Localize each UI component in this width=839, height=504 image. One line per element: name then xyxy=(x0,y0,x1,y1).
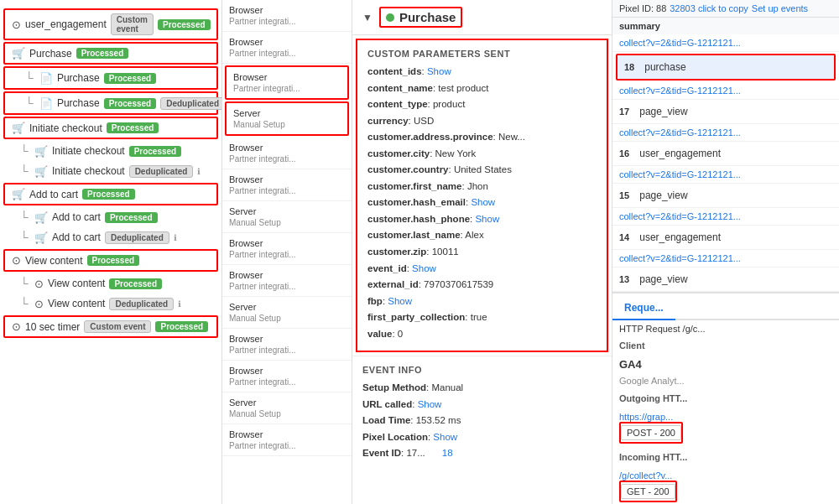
param-content-type: content_type: product xyxy=(367,96,597,113)
param-first-party-collection: first_party_collection: true xyxy=(367,309,597,326)
user-engagement-status-badge: Processed xyxy=(158,19,211,30)
network-entry-page-view-17[interactable]: 17 page_view xyxy=(612,100,839,124)
event-info-section: EVENT INFO Setup Method: Manual URL call… xyxy=(352,356,612,470)
incoming-label: Incoming HTT... xyxy=(612,447,839,467)
mid-row-10[interactable]: Server Manual Setup xyxy=(222,297,352,329)
event-row-10sec-timer[interactable]: ⊙ 10 sec timer Custom event Processed xyxy=(3,315,218,338)
event-row-add-to-cart[interactable]: 🛒 Add to cart Processed xyxy=(3,183,218,205)
mid-row-4[interactable]: Server Manual Setup xyxy=(225,101,349,136)
net-url-6[interactable]: collect?v=2&tid=G-1212121... xyxy=(619,253,832,263)
tree-line4: └ xyxy=(20,164,29,178)
event-row-purchase-child1[interactable]: └ 📄 Purchase Processed xyxy=(3,66,218,90)
event-row-purchase-child2[interactable]: └ 📄 Purchase Processed Deduplicated ℹ xyxy=(3,91,218,115)
middle-type-panel: Browser Partner integrati... Browser Par… xyxy=(222,0,352,504)
event-row-initiate-checkout-child2[interactable]: └ 🛒 Initiate checkout Deduplicated ℹ xyxy=(0,161,221,181)
mid-type-6: Browser xyxy=(229,174,345,184)
mid-sub-14: Partner integrati... xyxy=(229,441,345,450)
network-entry-2[interactable]: collect?v=2&tid=G-1212121... xyxy=(612,82,839,100)
collapse-arrow[interactable]: ▼ xyxy=(362,12,373,23)
event-row-user-engagement[interactable]: ⊙ user_engagement Custom event Processed xyxy=(3,8,218,40)
net-number-13: 13 xyxy=(619,274,629,284)
mid-type-7: Server xyxy=(229,206,345,216)
tab-request[interactable]: Reque... xyxy=(612,297,675,320)
net-event-user-engagement-16: user_engagement xyxy=(634,145,726,162)
event-row-add-to-cart-child1[interactable]: └ 🛒 Add to cart Processed xyxy=(0,207,221,227)
vc-child1-icon: ⊙ xyxy=(34,278,44,290)
mid-row-8[interactable]: Browser Partner integrati... xyxy=(222,233,352,265)
event-row-view-content-child1[interactable]: └ ⊙ View content Processed xyxy=(0,273,221,294)
event-row-purchase[interactable]: 🛒 Purchase Processed xyxy=(3,42,218,65)
mid-row-13[interactable]: Server Manual Setup xyxy=(222,392,352,424)
pixel-id-label: Pixel ID: 88 xyxy=(619,3,666,13)
network-entry-user-engagement-14[interactable]: 14 user_engagement xyxy=(612,226,839,250)
event-info-event-id: Event ID: 17...18 xyxy=(362,445,602,462)
tree-line8: └ xyxy=(20,297,29,310)
net-number-14: 14 xyxy=(619,232,629,242)
outgoing-url[interactable]: https://grap... xyxy=(619,412,832,422)
atc-child1-name: Add to cart xyxy=(52,211,101,223)
post-method-badge-box: POST - 200 xyxy=(619,422,683,444)
network-entry-6[interactable]: collect?v=2&tid=G-1212121... xyxy=(612,250,839,268)
event-row-add-to-cart-child2[interactable]: └ 🛒 Add to cart Deduplicated ℹ xyxy=(0,227,221,247)
ic-child2-dedup: Deduplicated xyxy=(129,165,194,178)
event-row-view-content-child2[interactable]: └ ⊙ View content Deduplicated ℹ xyxy=(0,294,221,314)
atc-child2-icon: 🛒 xyxy=(34,231,48,244)
mid-type-1: Browser xyxy=(229,5,345,15)
mid-sub-8: Partner integrati... xyxy=(229,250,345,259)
tree-line3: └ xyxy=(20,144,29,158)
atc-child2-name: Add to cart xyxy=(52,231,101,243)
incoming-url[interactable]: /g/collect?v... xyxy=(619,470,832,481)
network-entry-5[interactable]: collect?v=2&tid=G-1212121... xyxy=(612,208,839,226)
network-entry-3[interactable]: collect?v=2&tid=G-1212121... xyxy=(612,124,839,142)
get-method-badge: GET - 200 xyxy=(621,484,675,499)
10sec-timer-name: 10 sec timer xyxy=(25,321,80,333)
mid-row-5[interactable]: Browser Partner integrati... xyxy=(222,138,352,169)
net-url-3[interactable]: collect?v=2&tid=G-1212121... xyxy=(619,127,832,138)
mid-row-3[interactable]: Browser Partner integrati... xyxy=(225,65,349,100)
network-entry-purchase[interactable]: 18 purchase xyxy=(616,54,836,81)
network-entry-page-view-15[interactable]: 15 page_view xyxy=(612,184,839,208)
event-row-initiate-checkout[interactable]: 🛒 Initiate checkout Processed xyxy=(3,117,218,139)
mid-row-12[interactable]: Browser Partner integrati... xyxy=(222,361,352,392)
network-entry-4[interactable]: collect?v=2&tid=G-1212121... xyxy=(612,166,839,184)
mid-row-11[interactable]: Browser Partner integrati... xyxy=(222,329,352,361)
mid-sub-11: Partner integrati... xyxy=(229,346,345,355)
event-row-initiate-checkout-child1[interactable]: └ 🛒 Initiate checkout Processed xyxy=(0,141,221,161)
net-url-2[interactable]: collect?v=2&tid=G-1212121... xyxy=(619,86,832,96)
param-currency: currency: USD xyxy=(367,113,597,130)
vc-child2-icon: ⊙ xyxy=(34,298,44,310)
pixel-id-number[interactable]: 32803 click to copy xyxy=(670,3,748,13)
purchase-status-badge: Processed xyxy=(76,48,129,59)
mid-type-4: Server xyxy=(233,108,341,118)
setup-events-link[interactable]: Set up events xyxy=(752,3,808,13)
net-number-16: 16 xyxy=(619,148,629,158)
net-number-15: 15 xyxy=(619,190,629,200)
network-entry-user-engagement-16[interactable]: 16 user_engagement xyxy=(612,142,839,166)
net-url-1[interactable]: collect?v=2&tid=G-1212121... xyxy=(619,38,832,48)
network-tabs: Reque... xyxy=(612,297,839,320)
network-entry-page-view-13[interactable]: 13 page_view xyxy=(612,268,839,292)
ic-child2-icon: 🛒 xyxy=(34,165,48,178)
outgoing-section: https://grap... POST - 200 xyxy=(612,408,839,447)
net-url-5[interactable]: collect?v=2&tid=G-1212121... xyxy=(619,211,832,221)
net-event-page-view-17: page_view xyxy=(634,103,692,120)
client-row: GA4 xyxy=(612,356,839,373)
mid-row-14[interactable]: Browser Partner integrati... xyxy=(222,424,352,456)
mid-row-6[interactable]: Browser Partner integrati... xyxy=(222,169,352,201)
mid-type-11: Browser xyxy=(229,334,345,344)
net-url-4[interactable]: collect?v=2&tid=G-1212121... xyxy=(619,169,832,179)
purchase-child1-name: Purchase xyxy=(57,72,100,84)
purchase-name: Purchase xyxy=(29,48,72,60)
user-engagement-custom-badge: Custom event xyxy=(111,13,154,35)
net-event-page-view-13: page_view xyxy=(634,271,692,288)
incoming-section: /g/collect?v... GET - 200 xyxy=(612,467,839,504)
param-customer-address-province: customer.address.province: New... xyxy=(367,129,597,146)
mid-row-2[interactable]: Browser Partner integrati... xyxy=(222,32,352,64)
mid-row-7[interactable]: Server Manual Setup xyxy=(222,201,352,233)
network-entry-1[interactable]: collect?v=2&tid=G-1212121... xyxy=(612,34,839,52)
mid-sub-9: Partner integrati... xyxy=(229,282,345,291)
mid-row-9[interactable]: Browser Partner integrati... xyxy=(222,265,352,297)
mid-type-14: Browser xyxy=(229,429,345,439)
event-row-view-content[interactable]: ⊙ View content Processed xyxy=(3,249,218,272)
mid-row-1[interactable]: Browser Partner integrati... xyxy=(222,0,352,32)
